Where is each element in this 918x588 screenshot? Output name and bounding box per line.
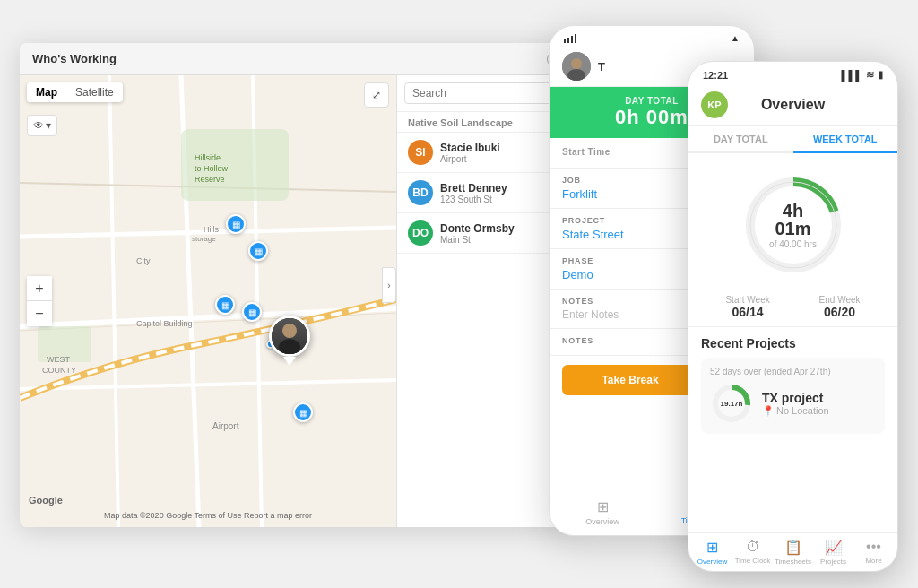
project-card-meta: 52 days over (ended Apr 27th): [710, 367, 876, 376]
project-name: TX project: [762, 391, 876, 405]
signal-icon-front: ▌▌▌: [842, 70, 862, 81]
mini-donut-value: 19.17h: [721, 400, 743, 408]
map-pin-building-4[interactable]: ▦: [242, 302, 262, 322]
signal-icon: [564, 34, 576, 43]
svg-text:Reserve: Reserve: [195, 175, 225, 184]
map-background: Hillside to Hollow Reserve Hills storage…: [20, 75, 396, 527]
front-timeclock-icon: ⏱: [746, 539, 760, 555]
nav-overview[interactable]: ⊞ Overview: [553, 497, 652, 528]
project-card-row: 19.17h TX project 📍 No Location: [710, 382, 876, 425]
svg-text:COUNTY: COUNTY: [42, 366, 76, 375]
worker-avatar-2: DO: [408, 220, 433, 246]
eye-icon: 👁: [33, 119, 44, 132]
map-pin-building-1[interactable]: ▦: [226, 214, 246, 234]
project-card[interactable]: 52 days over (ended Apr 27th) 19.17h TX …: [701, 358, 885, 434]
worker-name-1: Brett Denney: [440, 182, 565, 195]
svg-point-22: [279, 339, 300, 354]
map-pin-building-5[interactable]: ▦: [293, 402, 313, 422]
worker-location-1: 123 South St: [440, 195, 565, 204]
google-logo: Google: [29, 495, 63, 506]
end-week-label: End Week: [819, 295, 861, 305]
recent-projects-title: Recent Projects: [701, 336, 885, 350]
phone-front: 12:21 ▌▌▌ ≋ ▮ KP Overview DAY TOTAL WEEK…: [688, 61, 898, 572]
start-week: Start Week 06/14: [725, 295, 769, 319]
back-status-bar: ▲: [550, 26, 754, 47]
nav-overview-label: Overview: [585, 517, 619, 526]
map-tab-satellite[interactable]: Satellite: [66, 82, 123, 102]
svg-text:Capitol Building: Capitol Building: [136, 319, 193, 328]
status-time: 12:21: [703, 70, 728, 81]
front-overview-label: Overview: [697, 558, 727, 566]
expand-button[interactable]: ⤢: [364, 82, 389, 108]
svg-text:Airport: Airport: [212, 421, 239, 431]
map-pin-building-3[interactable]: ▦: [215, 295, 235, 315]
start-week-label: Start Week: [725, 295, 769, 305]
front-more-label: More: [865, 557, 881, 565]
svg-text:Hills: Hills: [204, 225, 219, 234]
overview-tabs: DAY TOTAL WEEK TOTAL: [688, 126, 897, 153]
svg-point-27: [571, 58, 582, 69]
building-icon: ▦: [232, 220, 240, 229]
worker-info-0: Stacie Ibuki Airport: [440, 142, 565, 164]
overview-icon: ⊞: [597, 498, 609, 515]
zoom-controls: + −: [27, 276, 52, 326]
worker-avatar-0: SI: [408, 140, 433, 165]
donut-center: 4h 01m of 40.00 hrs: [766, 202, 820, 249]
mini-donut: 19.17h: [710, 382, 753, 425]
zoom-in-button[interactable]: +: [27, 276, 52, 301]
worker-photo-small: [562, 52, 591, 81]
map-photo-pin[interactable]: [269, 316, 310, 360]
svg-text:Hillside: Hillside: [195, 153, 221, 162]
svg-text:City: City: [136, 256, 151, 265]
map-pin-building-2[interactable]: ▦: [248, 241, 268, 261]
tab-day-total[interactable]: DAY TOTAL: [688, 126, 793, 151]
panel-collapse-arrow[interactable]: ›: [382, 267, 396, 303]
zoom-out-button[interactable]: −: [27, 301, 52, 326]
svg-text:storage: storage: [192, 235, 216, 243]
status-icons: ▌▌▌ ≋ ▮: [842, 69, 883, 81]
front-nav-overview[interactable]: ⊞ Overview: [692, 539, 732, 566]
donut-hours: 4h 01m: [766, 202, 820, 238]
take-break-button[interactable]: Take Break: [562, 365, 698, 395]
project-info: TX project 📍 No Location: [762, 391, 876, 417]
map-tab-group: Map Satellite: [27, 82, 123, 102]
front-nav-more[interactable]: ••• More: [853, 539, 894, 566]
overview-title: Overview: [728, 97, 858, 113]
front-nav-projects[interactable]: 📈 Projects: [813, 539, 853, 566]
worker-location-0: Airport: [440, 154, 565, 164]
front-more-icon: •••: [866, 539, 881, 555]
worker-location-2: Main St: [440, 235, 565, 245]
front-timesheets-label: Timesheets: [775, 558, 811, 566]
svg-text:WEST: WEST: [47, 355, 71, 364]
donut-sub: of 40.00 hrs: [766, 239, 820, 249]
wifi-icon-front: ≋: [866, 69, 874, 81]
overview-header: KP Overview: [688, 84, 897, 126]
front-overview-icon: ⊞: [706, 539, 718, 556]
building-icon: ▦: [299, 408, 307, 418]
wifi-icon: ▲: [731, 33, 740, 43]
tab-week-total[interactable]: WEEK TOTAL: [793, 126, 898, 153]
map-area[interactable]: Hillside to Hollow Reserve Hills storage…: [20, 75, 396, 527]
front-nav-timeclock[interactable]: ⏱ Time Clock: [732, 539, 773, 566]
window-title: Who's Working: [32, 52, 117, 65]
front-status-bar: 12:21 ▌▌▌ ≋ ▮: [688, 62, 897, 84]
worker-face-svg: [272, 318, 307, 354]
worker-name-0: Stacie Ibuki: [440, 142, 565, 154]
front-projects-label: Projects: [820, 558, 846, 566]
window-titlebar: Who's Working ?: [20, 43, 576, 75]
battery-icon: ▮: [878, 69, 883, 81]
worker-face-small: [562, 52, 591, 81]
map-tab-map[interactable]: Map: [27, 82, 66, 102]
front-phone-nav: ⊞ Overview ⏱ Time Clock 📋 Timesheets 📈 P…: [688, 532, 897, 571]
search-input[interactable]: [404, 82, 555, 104]
start-week-value: 06/14: [725, 305, 769, 319]
front-projects-icon: 📈: [825, 539, 843, 556]
building-icon: ▦: [255, 246, 263, 256]
location-icon: 📍: [762, 405, 775, 417]
week-range: Start Week 06/14 End Week 06/20: [688, 288, 897, 327]
svg-text:to Hollow: to Hollow: [195, 164, 229, 173]
end-week: End Week 06/20: [819, 295, 861, 319]
end-week-value: 06/20: [819, 305, 861, 319]
front-nav-timesheets[interactable]: 📋 Timesheets: [773, 539, 813, 566]
eye-filter-button[interactable]: 👁 ▾: [27, 115, 57, 136]
